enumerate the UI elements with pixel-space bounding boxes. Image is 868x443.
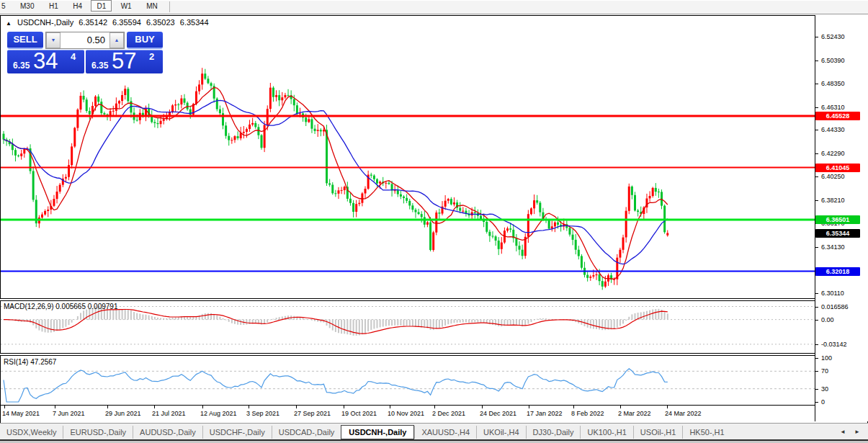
sell-price-base: 6.35 bbox=[13, 61, 30, 71]
price-tick-dash bbox=[815, 247, 818, 248]
date-tick bbox=[620, 406, 621, 408]
buy-price-pips: 57 bbox=[112, 48, 136, 74]
date-tick bbox=[482, 406, 483, 408]
tab-usdcnh-daily[interactable]: USDCNH-,Daily bbox=[341, 425, 414, 439]
price-tick-label: 6.44330 bbox=[821, 126, 845, 133]
price-tick-dash bbox=[815, 153, 818, 154]
date-label: 10 Nov 2021 bbox=[388, 410, 424, 417]
date-tick bbox=[249, 406, 249, 408]
timeframe-toolbar: 5 M30 H1 H4 D1 W1 MN bbox=[0, 0, 868, 14]
price-level-badge: 6.36501 bbox=[815, 215, 860, 224]
tab-dj30-daily[interactable]: DJ30-,Daily bbox=[526, 426, 581, 439]
timeframe-m30-button[interactable]: M30 bbox=[14, 0, 40, 12]
buy-price-display[interactable]: 6.35 57 2 bbox=[86, 50, 163, 73]
rsi-tick-label: 100 bbox=[821, 354, 832, 362]
price-tick-dash bbox=[815, 37, 818, 37]
ohlc-close: 6.35344 bbox=[180, 18, 209, 27]
date-label: 29 Jun 2021 bbox=[105, 410, 141, 417]
date-tick bbox=[55, 406, 55, 408]
tab-scroll-right-icon[interactable]: ► bbox=[854, 429, 860, 435]
tab-xauusd-h4[interactable]: XAUUSD-,H4 bbox=[414, 426, 476, 439]
rsi-tick-dash bbox=[815, 371, 818, 372]
tab-ukoil-h4[interactable]: UKOil-,H4 bbox=[476, 426, 526, 439]
price-tick-label: 6.42290 bbox=[821, 150, 845, 157]
volume-input[interactable]: 0.50 bbox=[61, 32, 109, 48]
date-tick bbox=[344, 406, 344, 408]
macd-tick-label: 0.00 bbox=[821, 316, 834, 323]
date-label: 27 Sep 2021 bbox=[294, 410, 331, 417]
date-tick bbox=[296, 406, 297, 408]
volume-stepper: ▼ 0.50 ▲ bbox=[45, 32, 125, 49]
date-label: 8 Feb 2022 bbox=[571, 410, 604, 417]
trading-terminal: 5 M30 H1 H4 D1 W1 MN 6.524306.503906.483… bbox=[0, 0, 868, 443]
date-tick bbox=[390, 406, 390, 408]
sell-price-display[interactable]: 6.35 34 4 bbox=[7, 50, 84, 73]
tab-audusd-daily[interactable]: AUDUSD-,Daily bbox=[133, 426, 202, 439]
price-tick-label: 6.34130 bbox=[821, 243, 845, 251]
timeframe-mn-button[interactable]: MN bbox=[140, 0, 164, 12]
tab-usdx-weekly[interactable]: USDX,Weekly bbox=[0, 426, 63, 439]
timeframe-w1-button[interactable]: W1 bbox=[115, 0, 138, 12]
macd-tick-dash bbox=[815, 307, 818, 308]
rsi-tick-label: 70 bbox=[821, 367, 828, 375]
rsi-tick-label: 0 bbox=[821, 398, 825, 406]
macd-indicator-panel[interactable] bbox=[1, 301, 815, 353]
rsi-indicator-panel[interactable] bbox=[1, 356, 815, 404]
price-tick-dash bbox=[815, 61, 818, 61]
date-label: 24 Dec 2021 bbox=[480, 410, 516, 417]
price-tick-dash bbox=[815, 130, 818, 130]
tab-scroll-left-icon[interactable]: ◄ bbox=[840, 429, 846, 435]
price-level-badge: 6.35344 bbox=[815, 229, 860, 238]
timeframe-h1-button[interactable]: H1 bbox=[43, 0, 64, 12]
window-bottom-edge bbox=[0, 439, 868, 443]
macd-tick-dash bbox=[815, 344, 818, 345]
tab-hk50-h1[interactable]: HK50-,H1 bbox=[682, 426, 730, 439]
date-label: 12 Aug 2021 bbox=[200, 410, 237, 417]
date-label: 14 May 2021 bbox=[2, 410, 40, 417]
rsi-label: RSI(14) 47.2567 bbox=[4, 358, 56, 366]
sell-price-point: 4 bbox=[71, 51, 76, 62]
tab-usoil-h1[interactable]: USOil-,H1 bbox=[633, 426, 683, 439]
tab-usdcad-daily[interactable]: USDCAD-,Daily bbox=[272, 426, 341, 439]
price-tick-dash bbox=[815, 200, 818, 201]
chart-tabs-bar: USDX,Weekly EURUSD-,Daily AUDUSD-,Daily … bbox=[0, 423, 868, 440]
price-tick-label: 6.38210 bbox=[821, 197, 845, 204]
chart-symbol-label: USDCNH-,Daily bbox=[17, 18, 73, 27]
price-tick-label: 6.46310 bbox=[821, 104, 845, 111]
rsi-tick-dash bbox=[815, 402, 818, 403]
date-tick bbox=[529, 406, 529, 408]
timeframe-h4-button[interactable]: H4 bbox=[67, 0, 88, 12]
date-tick bbox=[154, 406, 155, 408]
price-tick-label: 6.48350 bbox=[821, 80, 845, 87]
price-tick-dash bbox=[815, 107, 818, 108]
macd-tick-label: -0.03142 bbox=[821, 341, 847, 348]
price-tick-label: 6.40250 bbox=[821, 173, 845, 180]
collapse-icon[interactable]: ▲ bbox=[6, 20, 12, 27]
date-label: 2 Dec 2021 bbox=[432, 410, 465, 417]
tab-eurusd-daily[interactable]: EURUSD-,Daily bbox=[63, 426, 133, 439]
price-tick-dash bbox=[815, 84, 818, 84]
buy-button[interactable]: BUY bbox=[127, 32, 163, 49]
sell-price-pips: 34 bbox=[33, 48, 58, 74]
tab-uk100-h1[interactable]: UK100-,H1 bbox=[580, 426, 632, 439]
price-tick-label: 6.52430 bbox=[821, 33, 845, 40]
date-axis[interactable]: 14 May 20217 Jun 202129 Jun 202121 Jul 2… bbox=[1, 405, 815, 422]
date-tick bbox=[4, 406, 5, 408]
buy-price-point: 2 bbox=[149, 51, 154, 62]
date-label: 21 Jul 2021 bbox=[152, 410, 186, 417]
date-tick bbox=[573, 406, 574, 408]
date-tick bbox=[202, 406, 203, 408]
ohlc-open: 6.35142 bbox=[79, 18, 107, 27]
volume-down-button[interactable]: ▼ bbox=[46, 32, 61, 48]
price-axis[interactable]: 6.524306.503906.483506.463106.443306.422… bbox=[815, 15, 868, 421]
date-tick bbox=[434, 406, 435, 408]
timeframe-d1-button[interactable]: D1 bbox=[91, 0, 112, 12]
volume-up-button[interactable]: ▲ bbox=[109, 32, 124, 48]
tab-usdchf-daily[interactable]: USDCHF-,Daily bbox=[202, 426, 272, 439]
timeframe-m5-button[interactable]: 5 bbox=[0, 0, 12, 12]
date-label: 2 Mar 2022 bbox=[618, 410, 651, 417]
chart-title: ▲ USDCNH-,Daily 6.35142 6.35594 6.35023 … bbox=[6, 18, 212, 27]
price-tick-label: 6.50390 bbox=[821, 57, 845, 64]
rsi-tick-label: 30 bbox=[821, 385, 828, 393]
sell-button[interactable]: SELL bbox=[7, 32, 43, 49]
